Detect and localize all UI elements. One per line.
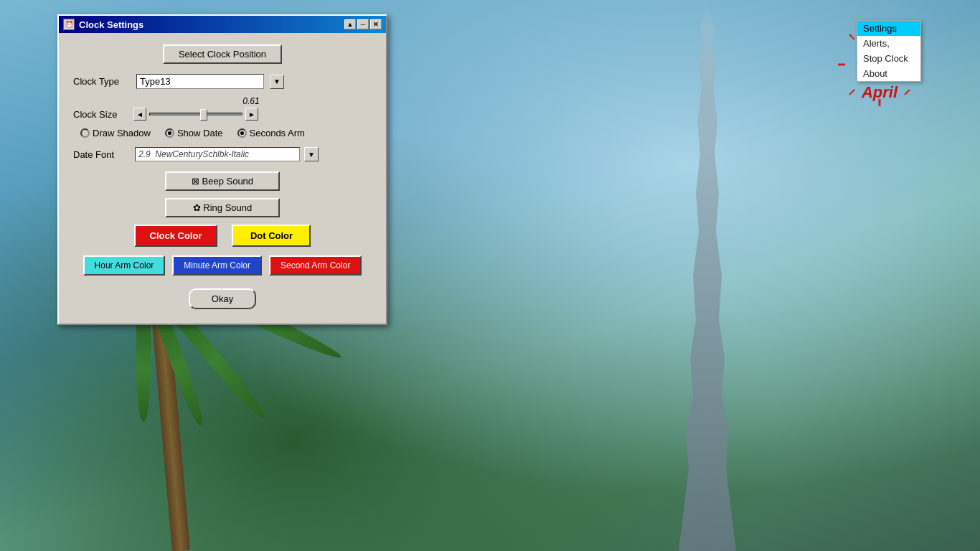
context-menu-settings[interactable]: Settings: [857, 21, 920, 36]
context-menu-stop-clock[interactable]: Stop Clock: [857, 51, 920, 66]
okay-button[interactable]: Okay: [189, 288, 256, 309]
titlebar-minimize-button[interactable]: ─: [357, 19, 369, 29]
clock-settings-dialog: ⏰ Clock Settings ▲ ─ ✕ Select Clock Posi…: [57, 14, 387, 325]
clock-type-row: Clock Type ▼: [73, 74, 372, 89]
draw-shadow-label: Draw Shadow: [93, 128, 151, 138]
clock-size-section: 0.61 Clock Size ◄ ►: [73, 96, 372, 121]
seconds-arm-radio[interactable]: [237, 128, 247, 138]
context-menu-about[interactable]: About: [857, 66, 920, 81]
hour-arm-button[interactable]: Hour Arm Color: [83, 255, 166, 276]
titlebar-controls: ▲ ─ ✕: [344, 19, 382, 29]
clock-month: April: [859, 85, 900, 100]
ring-sound-button[interactable]: ✿ Ring Sound: [165, 198, 280, 217]
dialog-title: Clock Settings: [79, 19, 143, 30]
date-font-label: Date Font: [73, 149, 131, 160]
color-buttons-row: Clock Color Dot Color: [73, 225, 372, 247]
clock-size-slider[interactable]: [149, 113, 242, 116]
date-font-dropdown[interactable]: ▼: [304, 147, 319, 161]
checkboxes-row: Draw Shadow Show Date Seconds Arm: [80, 128, 372, 138]
second-arm-button[interactable]: Second Arm Color: [269, 255, 362, 276]
clock-color-button[interactable]: Clock Color: [134, 225, 218, 247]
context-menu: Settings Alerts, Stop Clock About: [857, 20, 921, 82]
context-menu-alerts[interactable]: Alerts,: [857, 36, 920, 51]
draw-shadow-check[interactable]: Draw Shadow: [80, 128, 151, 138]
minute-arm-button[interactable]: Minute Arm Color: [172, 255, 262, 276]
beep-sound-button[interactable]: ⊠ Beep Sound: [165, 171, 280, 191]
clock-type-input[interactable]: [136, 74, 264, 89]
titlebar-up-button[interactable]: ▲: [344, 19, 356, 29]
slider-increase-button[interactable]: ►: [245, 108, 258, 121]
dialog-overlay: ⏰ Clock Settings ▲ ─ ✕ Select Clock Posi…: [57, 14, 387, 325]
show-date-check[interactable]: Show Date: [165, 128, 223, 138]
clock-size-row: Clock Size ◄ ►: [73, 108, 372, 121]
draw-shadow-radio[interactable]: [80, 128, 90, 138]
slider-decrease-button[interactable]: ◄: [133, 108, 146, 121]
date-font-row: Date Font ▼: [73, 147, 372, 161]
svg-line-4: [849, 34, 854, 39]
select-clock-position-button[interactable]: Select Clock Position: [163, 44, 282, 64]
titlebar-left: ⏰ Clock Settings: [63, 19, 143, 30]
dialog-titlebar: ⏰ Clock Settings ▲ ─ ✕: [59, 16, 386, 33]
dialog-body: Select Clock Position Clock Type ▼ 0.61 …: [59, 33, 386, 324]
date-font-input[interactable]: [135, 147, 300, 161]
svg-line-7: [905, 90, 910, 95]
seconds-arm-label: Seconds Arm: [250, 128, 305, 138]
titlebar-close-button[interactable]: ✕: [370, 19, 382, 29]
clock-type-dropdown[interactable]: ▼: [270, 75, 284, 89]
clock-size-value: 0.61: [131, 96, 372, 106]
clock-size-label: Clock Size: [73, 109, 131, 120]
dot-color-button[interactable]: Dot Color: [232, 225, 311, 247]
dialog-icon: ⏰: [63, 19, 75, 30]
arm-color-row: Hour Arm Color Minute Arm Color Second A…: [73, 255, 372, 276]
show-date-label: Show Date: [177, 128, 223, 138]
seconds-arm-check[interactable]: Seconds Arm: [237, 128, 305, 138]
clock-type-label: Clock Type: [73, 76, 131, 87]
show-date-radio[interactable]: [165, 128, 174, 138]
svg-line-6: [849, 90, 854, 95]
